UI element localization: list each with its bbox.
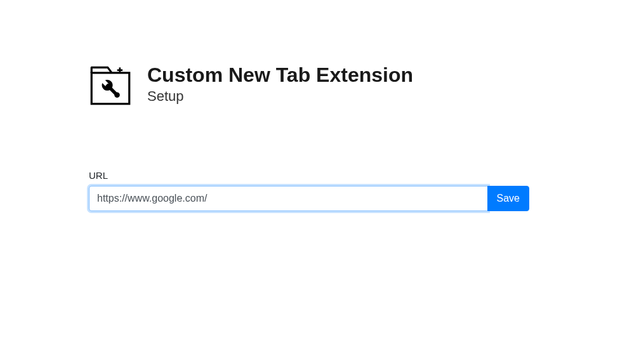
- save-button[interactable]: Save: [487, 186, 529, 211]
- page-subtitle: Setup: [147, 88, 413, 105]
- url-input[interactable]: [89, 186, 488, 211]
- url-form: URL Save: [89, 170, 529, 211]
- url-label: URL: [89, 170, 529, 181]
- extension-wrench-icon: [89, 63, 132, 107]
- title-group: Custom New Tab Extension Setup: [147, 63, 413, 105]
- header: Custom New Tab Extension Setup: [89, 63, 531, 107]
- url-input-group: Save: [89, 186, 529, 211]
- page-title: Custom New Tab Extension: [147, 63, 413, 87]
